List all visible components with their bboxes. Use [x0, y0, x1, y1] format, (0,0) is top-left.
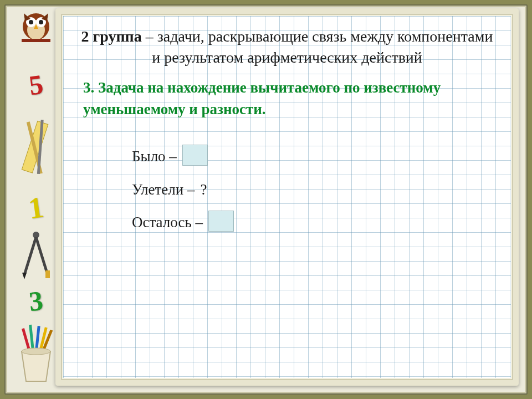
svg-rect-9: [22, 39, 50, 42]
svg-rect-18: [22, 328, 32, 355]
svg-rect-22: [40, 330, 53, 355]
svg-rect-19: [29, 325, 35, 356]
digit-five-icon: 5: [10, 65, 62, 104]
task-rows: Было – Улетели – ? Осталось –: [80, 148, 494, 232]
svg-point-0: [23, 13, 49, 40]
group-heading-bold: 2 группа: [81, 28, 142, 45]
svg-rect-10: [22, 121, 48, 173]
question-mark: ?: [200, 181, 207, 198]
row-was-label: Было –: [132, 148, 177, 165]
digit-three-icon: 3: [11, 283, 62, 320]
paper-frame: 2 группа – задачи, раскрывающие связь ме…: [55, 8, 519, 386]
group-heading-rest: – задачи, раскрывающие связь между компо…: [142, 28, 493, 66]
ruler-pencil-icon: [12, 119, 60, 182]
svg-point-13: [33, 232, 39, 238]
compass-icon: [12, 229, 60, 282]
group-heading: 2 группа – задачи, раскрывающие связь ме…: [80, 26, 494, 68]
svg-rect-21: [38, 327, 47, 356]
owl-icon: [12, 8, 60, 48]
row-remained-label: Осталось –: [132, 214, 203, 231]
row-flew-away-label: Улетели –: [132, 181, 195, 198]
svg-point-3: [36, 17, 46, 27]
svg-marker-16: [22, 273, 27, 279]
svg-point-23: [22, 348, 50, 355]
svg-line-15: [36, 237, 48, 275]
svg-rect-17: [45, 270, 50, 278]
task-subheading: 3. Задача на нахождение вычитаемого по и…: [80, 77, 494, 120]
slide-frame: 5 1 3: [4, 4, 528, 395]
svg-point-1: [27, 20, 45, 40]
svg-marker-6: [34, 24, 38, 29]
svg-marker-8: [42, 13, 48, 21]
svg-point-4: [29, 20, 33, 24]
svg-rect-12: [37, 120, 44, 174]
blank-box: [208, 211, 234, 232]
sidebar-decorations: 5 1 3: [12, 8, 60, 387]
svg-marker-7: [24, 13, 30, 21]
row-was: Было –: [132, 148, 494, 166]
row-flew-away: Улетели – ?: [132, 181, 494, 198]
pencil-cup-icon: [12, 324, 60, 387]
grid-paper: 2 группа – задачи, раскрывающие связь ме…: [63, 16, 511, 378]
svg-point-5: [39, 20, 43, 24]
svg-rect-20: [34, 326, 40, 356]
svg-line-14: [24, 237, 36, 275]
svg-point-2: [26, 17, 36, 27]
digit-one-icon: 1: [10, 187, 62, 228]
row-remained: Осталось –: [132, 214, 494, 232]
blank-box: [182, 145, 208, 166]
svg-rect-11: [27, 121, 43, 174]
